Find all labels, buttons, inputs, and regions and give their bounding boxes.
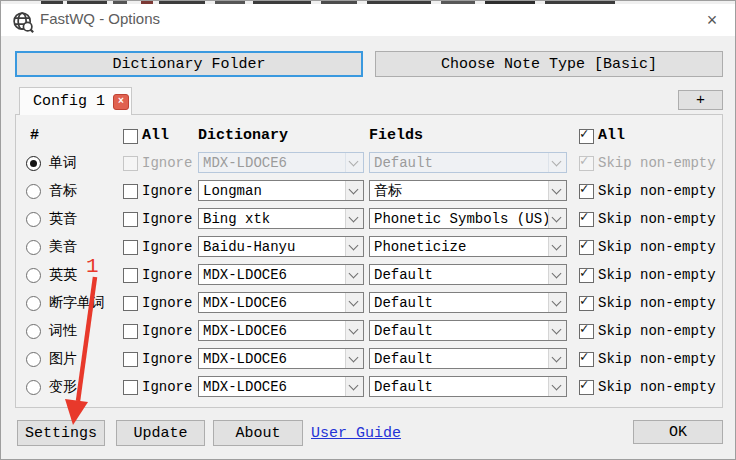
table-row: 断字单词 Ignore MDX-LDOCE6 Default Skip non-… — [16, 289, 722, 317]
row-radio[interactable] — [26, 352, 41, 367]
tab-config-1[interactable]: Config 1 × — [19, 87, 132, 115]
skip-label: Skip non-empty — [598, 289, 716, 317]
column-header-dictionary: Dictionary — [198, 122, 288, 150]
fastwq-app-icon — [12, 11, 34, 38]
window-title: FastWQ - Options — [40, 10, 160, 27]
ignore-checkbox[interactable] — [123, 296, 138, 311]
dictionary-select-value: Baidu-Hanyu — [203, 239, 295, 255]
fields-select[interactable]: Default — [369, 376, 567, 397]
chevron-down-icon — [548, 181, 566, 200]
dictionary-select[interactable]: MDX-LDOCE6 — [198, 264, 364, 285]
ignore-checkbox[interactable] — [123, 268, 138, 283]
skip-checkbox[interactable] — [579, 268, 594, 283]
ignore-checkbox[interactable] — [123, 352, 138, 367]
fields-select[interactable]: Default — [369, 348, 567, 369]
row-radio[interactable] — [26, 380, 41, 395]
update-button[interactable]: Update — [116, 420, 205, 446]
skip-checkbox[interactable] — [579, 156, 594, 171]
chevron-down-icon — [548, 349, 566, 368]
tab-close-icon[interactable]: × — [113, 94, 129, 110]
choose-note-type-button[interactable]: Choose Note Type [Basic] — [375, 51, 723, 77]
fields-select-value: Phonetic Symbols (US) — [374, 211, 550, 227]
ignore-checkbox[interactable] — [123, 156, 138, 171]
dictionary-select[interactable]: MDX-LDOCE6 — [198, 376, 364, 397]
fields-select[interactable]: Phoneticize — [369, 236, 567, 257]
dictionary-select-value: MDX-LDOCE6 — [203, 267, 287, 283]
row-label: 英音 — [49, 205, 77, 233]
fields-select[interactable]: Phonetic Symbols (US) — [369, 208, 567, 229]
settings-button[interactable]: Settings — [17, 420, 105, 446]
row-label: 词性 — [49, 317, 77, 345]
ignore-label: Ignore — [142, 373, 192, 401]
fields-select[interactable]: Default — [369, 264, 567, 285]
chevron-down-icon — [548, 153, 566, 172]
ok-button[interactable]: OK — [633, 420, 723, 444]
dictionary-select[interactable]: Baidu-Hanyu — [198, 236, 364, 257]
table-row: 词性 Ignore MDX-LDOCE6 Default Skip non-em… — [16, 317, 722, 345]
all-ignore-checkbox[interactable] — [123, 129, 138, 144]
dictionary-select[interactable]: MDX-LDOCE6 — [198, 292, 364, 313]
fields-select[interactable]: Default — [369, 152, 567, 173]
dictionary-select[interactable]: MDX-LDOCE6 — [198, 152, 364, 173]
row-radio[interactable] — [26, 240, 41, 255]
fields-select[interactable]: Default — [369, 320, 567, 341]
ignore-label: Ignore — [142, 149, 192, 177]
skip-checkbox[interactable] — [579, 184, 594, 199]
table-row: 英英 Ignore MDX-LDOCE6 Default Skip non-em… — [16, 261, 722, 289]
skip-checkbox[interactable] — [579, 324, 594, 339]
skip-label: Skip non-empty — [598, 233, 716, 261]
dictionary-select[interactable]: MDX-LDOCE6 — [198, 320, 364, 341]
chevron-down-icon — [548, 209, 566, 228]
fields-select[interactable]: Default — [369, 292, 567, 313]
close-icon[interactable]: × — [699, 7, 725, 33]
dictionary-select-value: MDX-LDOCE6 — [203, 351, 287, 367]
fields-select[interactable]: 音标 — [369, 180, 567, 201]
skip-label: Skip non-empty — [598, 261, 716, 289]
ignore-label: Ignore — [142, 317, 192, 345]
ignore-checkbox[interactable] — [123, 240, 138, 255]
skip-label: Skip non-empty — [598, 373, 716, 401]
user-guide-link[interactable]: User Guide — [311, 425, 401, 442]
all-skip-checkbox[interactable] — [579, 129, 594, 144]
row-radio[interactable] — [26, 324, 41, 339]
dictionary-select[interactable]: Longman — [198, 180, 364, 201]
row-radio[interactable] — [26, 296, 41, 311]
ignore-label: Ignore — [142, 233, 192, 261]
add-config-tab-button[interactable]: + — [678, 90, 723, 110]
row-radio[interactable] — [26, 184, 41, 199]
column-header-hash: # — [30, 122, 39, 150]
fields-select-value: Default — [374, 379, 433, 395]
ignore-checkbox[interactable] — [123, 380, 138, 395]
row-radio[interactable] — [26, 156, 41, 171]
dictionary-select[interactable]: Bing xtk — [198, 208, 364, 229]
chevron-down-icon — [345, 181, 363, 200]
dictionary-folder-button[interactable]: Dictionary Folder — [15, 51, 363, 77]
annotation-step-number: 1 — [86, 256, 99, 278]
chevron-down-icon — [548, 321, 566, 340]
skip-checkbox[interactable] — [579, 296, 594, 311]
dictionary-select[interactable]: MDX-LDOCE6 — [198, 348, 364, 369]
column-header-all-ignore: All — [142, 122, 169, 150]
chevron-down-icon — [548, 265, 566, 284]
skip-checkbox[interactable] — [579, 212, 594, 227]
skip-checkbox[interactable] — [579, 352, 594, 367]
table-row: 变形 Ignore MDX-LDOCE6 Default Skip non-em… — [16, 373, 722, 401]
skip-checkbox[interactable] — [579, 380, 594, 395]
dictionary-select-value: MDX-LDOCE6 — [203, 323, 287, 339]
about-button[interactable]: About — [213, 420, 303, 446]
row-radio[interactable] — [26, 268, 41, 283]
skip-checkbox[interactable] — [579, 240, 594, 255]
fields-select-value: Default — [374, 155, 433, 171]
ignore-label: Ignore — [142, 345, 192, 373]
row-label: 美音 — [49, 233, 77, 261]
chevron-down-icon — [345, 237, 363, 256]
dictionary-select-value: Bing xtk — [203, 211, 270, 227]
ignore-label: Ignore — [142, 261, 192, 289]
ignore-checkbox[interactable] — [123, 184, 138, 199]
ignore-checkbox[interactable] — [123, 324, 138, 339]
fields-select-value: Default — [374, 267, 433, 283]
ignore-checkbox[interactable] — [123, 212, 138, 227]
chevron-down-icon — [548, 237, 566, 256]
row-radio[interactable] — [26, 212, 41, 227]
row-label: 变形 — [49, 373, 77, 401]
